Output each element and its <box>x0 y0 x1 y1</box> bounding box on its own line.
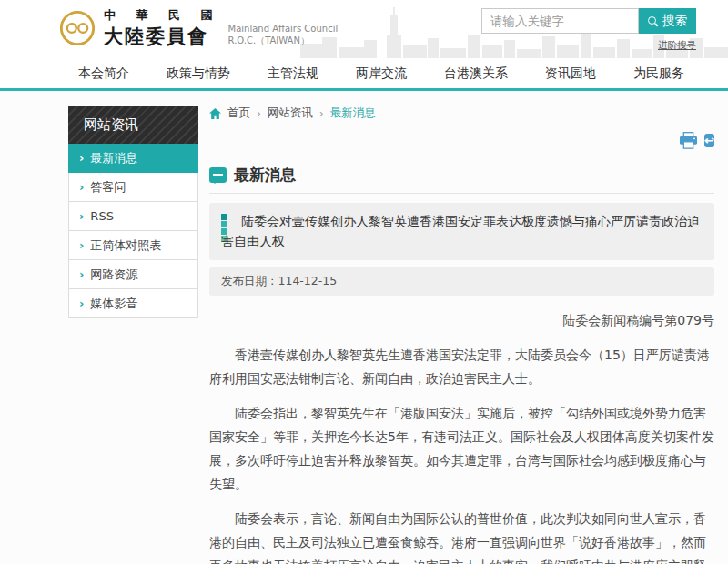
nav-item-policy[interactable]: 政策与情势 <box>167 65 230 82</box>
nav-item-about[interactable]: 本会简介 <box>78 65 129 82</box>
main-area: 网站资讯 › 最新消息 › 答客问 › RSS › 正简体对照表 › 网路资源 <box>0 91 728 564</box>
section-title-row: 最新消息 <box>209 156 714 194</box>
page-title: 最新消息 <box>234 165 296 186</box>
back-button[interactable]: ↩ <box>704 132 714 149</box>
search-icon <box>648 16 658 26</box>
printer-icon <box>679 132 698 149</box>
article-title: 陆委会对壹传媒创办人黎智英遭香港国安定罪表达极度遗憾与痛心严厉谴责政治迫害自由人… <box>221 214 700 248</box>
paragraph: 陆委会指出，黎智英先生在「港版国安法」实施后，被控「勾结外国或境外势力危害国家安… <box>209 401 714 496</box>
sidebar-item-web-resources[interactable]: › 网路资源 <box>68 260 198 289</box>
article-title-box: 陆委会对壹传媒创办人黎智英遭香港国安定罪表达极度遗憾与痛心严厉谴责政治迫害自由人… <box>209 203 714 260</box>
paragraph: 陆委会表示，言论、新闻自由为国际公认的普世价值，此次判决如同向世人宣示，香港的自… <box>209 507 714 564</box>
nav-item-services[interactable]: 为民服务 <box>633 65 684 82</box>
logo-title: 中 華 民 國 大陸委員會 <box>104 7 221 49</box>
breadcrumb-separator: › <box>319 107 324 120</box>
publish-date-label: 发布日期： <box>221 274 278 287</box>
sidebar-item-comparison-table[interactable]: › 正简体对照表 <box>68 231 198 260</box>
advanced-search-link[interactable]: 进阶搜寻 <box>658 39 696 52</box>
nav-item-cross-strait[interactable]: 两岸交流 <box>356 65 407 82</box>
publish-date: 发布日期：114-12-15 <box>209 267 714 296</box>
breadcrumb-separator: › <box>257 107 261 120</box>
news-bubble-icon <box>209 167 227 183</box>
chevron-right-icon: › <box>79 209 84 223</box>
chevron-right-icon: › <box>79 238 84 252</box>
breadcrumb: 首页 › 网站资讯 › 最新消息 <box>209 106 714 121</box>
sidebar-item-rss[interactable]: › RSS <box>68 202 198 231</box>
home-icon <box>209 108 221 119</box>
main-nav: 本会简介 政策与情势 主管法规 两岸交流 台港澳关系 资讯园地 为民服务 <box>0 58 728 91</box>
logo-subtitle: Mainland Affairs Council R.O.C.（TAIWAN） <box>228 23 339 49</box>
breadcrumb-current: 最新消息 <box>330 106 376 121</box>
chevron-right-icon: › <box>79 267 84 281</box>
site-header: 中 華 民 國 大陸委員會 Mainland Affairs Council R… <box>0 0 728 58</box>
grid-icon <box>221 214 235 227</box>
page-tools: ↩ <box>209 132 714 156</box>
sidebar-item-faq[interactable]: › 答客问 <box>68 173 198 202</box>
sidebar-item-latest-news[interactable]: › 最新消息 <box>68 144 198 173</box>
mac-logo-icon <box>58 9 96 47</box>
search-button[interactable]: 搜索 <box>639 8 696 34</box>
paragraph: 香港壹传媒创办人黎智英先生遭香港国安法定罪，大陆委员会今（15）日严厉谴责港府利… <box>209 343 714 390</box>
sidebar: 网站资讯 › 最新消息 › 答客问 › RSS › 正简体对照表 › 网路资源 <box>68 106 198 318</box>
print-button[interactable] <box>679 132 698 149</box>
breadcrumb-home[interactable]: 首页 <box>228 106 250 121</box>
publish-date-value: 114-12-15 <box>278 274 338 287</box>
search-area: 搜索 进阶搜寻 <box>481 8 696 52</box>
article-body: 陆委会新闻稿编号第079号 香港壹传媒创办人黎智英先生遭香港国安法定罪，大陆委员… <box>209 308 714 564</box>
nav-item-regulations[interactable]: 主管法规 <box>268 65 318 82</box>
press-release-number: 陆委会新闻稿编号第079号 <box>209 308 714 332</box>
search-input[interactable] <box>481 8 639 34</box>
site-logo[interactable]: 中 華 民 國 大陸委員會 Mainland Affairs Council R… <box>58 7 338 49</box>
breadcrumb-section[interactable]: 网站资讯 <box>268 106 313 121</box>
nav-item-info[interactable]: 资讯园地 <box>545 65 596 82</box>
sidebar-item-media[interactable]: › 媒体影音 <box>68 289 198 318</box>
content-area: 首页 › 网站资讯 › 最新消息 ↩ <box>209 106 714 564</box>
page: 中 華 民 國 大陸委員會 Mainland Affairs Council R… <box>0 0 728 564</box>
return-icon: ↩ <box>704 134 714 147</box>
chevron-right-icon: › <box>79 297 84 310</box>
chevron-right-icon: › <box>79 180 84 194</box>
chevron-right-icon: › <box>79 151 84 165</box>
sidebar-title: 网站资讯 <box>68 106 198 144</box>
nav-item-hk-macao[interactable]: 台港澳关系 <box>444 65 508 82</box>
